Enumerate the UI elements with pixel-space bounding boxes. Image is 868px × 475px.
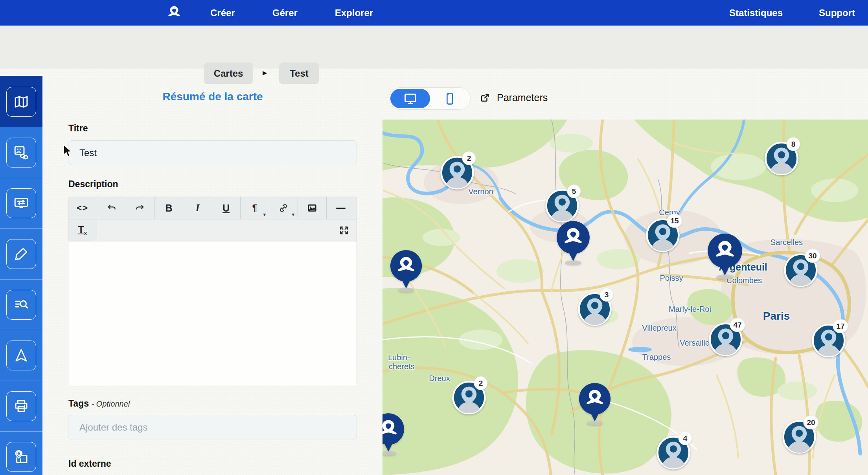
toolbar-spacer <box>355 197 357 219</box>
cluster-count-badge: 30 <box>805 249 820 263</box>
map-icon <box>13 94 29 110</box>
cluster-count-badge: 8 <box>787 137 800 151</box>
map-city-label: Poissy <box>660 274 683 283</box>
mobile-icon <box>443 92 456 105</box>
map-preview[interactable]: VernonCergySarcellesArgenteuilColombesPo… <box>383 120 868 475</box>
map-cluster-marker[interactable]: 30 <box>783 252 819 288</box>
id-externe-label: Id externe <box>68 458 111 469</box>
sidebar-divider <box>0 431 42 432</box>
editor-toolbar-row1: <>BIU¶▾▾ <box>68 197 357 219</box>
map-city-label: Sarcelles <box>771 238 803 247</box>
map-cluster-marker[interactable]: 3 <box>577 291 613 327</box>
editor-toolbar-row2: Tx <box>68 219 357 241</box>
image-button[interactable] <box>298 197 327 219</box>
sidebar-item-navigation[interactable] <box>6 341 36 370</box>
tags-optional-hint: - Optionnel <box>91 400 130 408</box>
italic-button[interactable]: I <box>183 197 212 219</box>
map-cluster-marker[interactable]: 8 <box>763 140 800 177</box>
caret-down-icon: ▾ <box>292 212 294 217</box>
tool-sidebar <box>0 76 42 475</box>
sidebar-item-printer[interactable] <box>6 391 36 421</box>
description-editor: <>BIU¶▾▾ Tx <box>68 197 357 385</box>
map-city-label: Villepreux <box>642 324 676 333</box>
clear-format-button[interactable]: Tx <box>68 219 97 241</box>
map-cluster-marker[interactable]: 2 <box>439 155 475 191</box>
titre-input[interactable] <box>68 140 357 165</box>
nav-item-creer[interactable]: Créer <box>210 7 235 18</box>
sidebar-divider <box>0 178 42 178</box>
cluster-count-badge: 3 <box>600 288 614 302</box>
hr-button[interactable] <box>327 197 355 219</box>
search-list-icon <box>13 296 29 313</box>
breadcrumb-test[interactable]: Test <box>279 63 319 84</box>
sidebar-divider <box>0 330 42 330</box>
map-cluster-marker[interactable]: 15 <box>645 217 681 253</box>
map-cluster-marker[interactable]: 47 <box>708 321 744 357</box>
map-city-label: Dreux <box>429 374 450 383</box>
redo-button[interactable] <box>126 197 154 219</box>
map-brand-pin[interactable] <box>577 381 612 425</box>
device-toggle <box>389 87 471 110</box>
paragraph-button[interactable]: ¶▾ <box>241 197 269 219</box>
map-city-label: cherets <box>389 362 415 371</box>
map-cluster-marker[interactable]: 17 <box>811 322 847 359</box>
map-brand-pin[interactable] <box>706 232 744 280</box>
nav-item-explorer[interactable]: Explorer <box>335 7 373 18</box>
brand-logo-icon[interactable] <box>164 3 184 23</box>
sidebar-divider <box>0 381 42 381</box>
screen-icon <box>13 195 29 212</box>
cluster-count-badge: 15 <box>667 214 682 228</box>
tags-label: Tags - Optionnel <box>68 398 130 409</box>
map-brand-pin[interactable] <box>389 249 423 292</box>
map-cluster-marker[interactable]: 5 <box>544 188 580 224</box>
sidebar-item-map[interactable] <box>6 87 36 117</box>
mobile-toggle-button[interactable] <box>430 89 469 108</box>
breadcrumb-chevron-icon: ▸ <box>263 68 267 78</box>
printer-icon <box>13 398 29 414</box>
brush-icon <box>13 246 29 262</box>
cluster-count-badge: 2 <box>462 151 476 165</box>
map-brand-pin[interactable] <box>383 412 406 455</box>
caret-down-icon: ▾ <box>263 212 266 217</box>
sidebar-divider <box>0 228 42 229</box>
cluster-count-badge: 20 <box>803 416 818 429</box>
sidebar-item-brush[interactable] <box>6 239 36 269</box>
undo-button[interactable] <box>97 197 126 219</box>
page-title: Résumé de la carte <box>68 90 357 103</box>
desktop-icon <box>404 92 417 105</box>
titre-label: Titre <box>68 123 88 134</box>
description-textarea[interactable] <box>68 241 357 386</box>
underline-button[interactable]: U <box>212 197 241 219</box>
cluster-count-badge: 17 <box>833 319 848 333</box>
sidebar-item-image-link[interactable] <box>6 138 36 168</box>
parameters-link[interactable]: Parameters <box>480 92 548 103</box>
map-city-label: Marly-le-Roi <box>669 305 711 314</box>
description-label: Description <box>68 179 118 190</box>
breadcrumb-bar: Cartes ▸ Test <box>0 26 868 68</box>
cluster-count-badge: 5 <box>567 184 581 198</box>
breadcrumb-cartes[interactable]: Cartes <box>204 63 253 84</box>
sidebar-item-map-pin-page[interactable] <box>6 442 36 472</box>
map-brand-pin[interactable] <box>555 219 591 265</box>
fullscreen-button[interactable] <box>331 219 357 241</box>
sidebar-item-search-list[interactable] <box>6 290 36 320</box>
external-link-icon <box>480 92 490 103</box>
map-cluster-marker[interactable]: 20 <box>781 419 817 455</box>
bold-button[interactable]: B <box>154 197 183 219</box>
toolbar-spacer <box>97 219 331 241</box>
map-cluster-marker[interactable]: 2 <box>451 379 487 416</box>
tags-input[interactable] <box>68 415 357 440</box>
image-link-icon <box>13 144 29 161</box>
link-button[interactable]: ▾ <box>269 197 298 219</box>
map-cluster-marker[interactable]: 4 <box>655 434 691 471</box>
cluster-count-badge: 4 <box>679 431 692 445</box>
sidebar-item-screen[interactable] <box>6 188 36 218</box>
map-city-label: Lubin- <box>388 353 410 362</box>
sidebar-divider <box>0 279 42 280</box>
code-button[interactable]: <> <box>68 197 97 219</box>
map-city-label: Trappes <box>642 353 671 362</box>
nav-item-gerer[interactable]: Gérer <box>272 7 298 18</box>
desktop-toggle-button[interactable] <box>390 89 430 108</box>
nav-item-support[interactable]: Support <box>819 7 855 18</box>
nav-item-statistiques[interactable]: Statistiques <box>729 7 783 18</box>
